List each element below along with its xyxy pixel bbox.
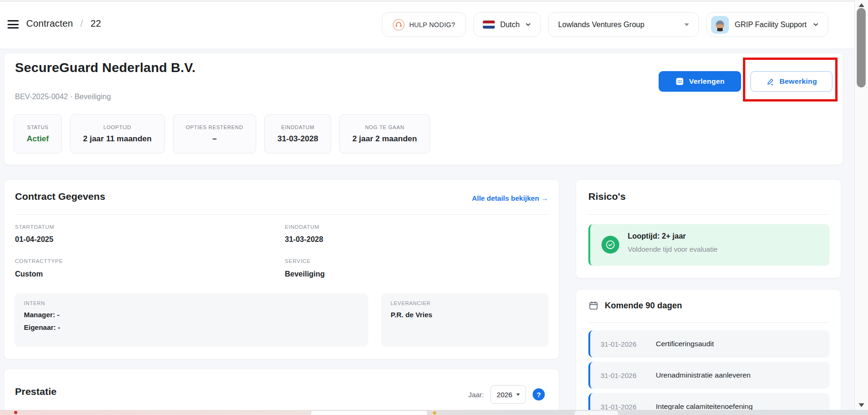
contract-reference: BEV-2025-0042 · Beveiliging bbox=[15, 93, 111, 101]
topbar: Contracten / 22 HULP NODIG? Dutch bbox=[0, 1, 854, 49]
year-select[interactable]: 2026 bbox=[490, 385, 526, 404]
all-details-link[interactable]: Alle details bekijken → bbox=[472, 194, 548, 202]
language-selector[interactable]: Dutch bbox=[474, 12, 541, 37]
hamburger-menu-icon[interactable] bbox=[7, 20, 19, 29]
upcoming-list: 31-01-2026 Certificeringsaudit 31-01-202… bbox=[588, 330, 830, 415]
risk-alert-title: Looptijd: 2+ jaar bbox=[628, 232, 686, 240]
field-value-einddatum: 31-03-2028 bbox=[285, 235, 323, 244]
divider bbox=[588, 322, 829, 323]
performance-card: Prestatie Jaar: 2026 ? bbox=[4, 369, 559, 415]
user-name-label: GRIP Facility Support bbox=[734, 21, 807, 29]
renew-button-label: Verlengen bbox=[689, 77, 725, 86]
scroll-up-arrow[interactable] bbox=[859, 3, 864, 7]
risk-alert-subtitle: Voldoende tijd voor evaluatie bbox=[628, 245, 718, 253]
section-title-komende-90-dagen: Komende 90 dagen bbox=[605, 301, 682, 311]
help-button[interactable]: HULP NODIG? bbox=[382, 12, 466, 37]
stat-label: EINDDATUM bbox=[281, 124, 314, 130]
year-controls: Jaar: 2026 ? bbox=[468, 385, 545, 404]
calendar-icon bbox=[588, 300, 599, 311]
organization-selector[interactable]: Lowlands Ventures Group bbox=[548, 12, 699, 37]
upcoming-item-label: Certificeringsaudit bbox=[656, 340, 714, 348]
field-label: STARTDATUM bbox=[15, 224, 54, 230]
stat-opties-resterend: OPTIES RESTEREND – bbox=[173, 114, 256, 153]
field-label: SERVICE bbox=[285, 258, 311, 264]
headset-icon bbox=[393, 19, 405, 31]
stat-label: STATUS bbox=[27, 124, 49, 130]
chevron-down-icon bbox=[812, 21, 819, 28]
section-title-contract-gegevens: Contract Gegevens bbox=[15, 191, 105, 202]
intern-eigenaar: Eigenaar: - bbox=[24, 323, 359, 331]
risk-alert: Looptijd: 2+ jaar Voldoende tijd voor ev… bbox=[588, 224, 830, 266]
year-select-value: 2026 bbox=[497, 391, 512, 399]
upcoming-item-date: 31-01-2026 bbox=[601, 403, 656, 411]
pencil-icon bbox=[766, 77, 775, 86]
upcoming-header: Komende 90 dagen bbox=[588, 300, 682, 311]
contract-detail-page: Contracten / 22 HULP NODIG? Dutch bbox=[0, 0, 868, 415]
upcoming-item[interactable]: 31-01-2026 Urenadministratie aanleveren bbox=[588, 362, 830, 389]
upcoming-card: Komende 90 dagen 31-01-2026 Certificerin… bbox=[576, 289, 841, 415]
leverancier-box: LEVERANCIER P.R. de Vries bbox=[381, 293, 549, 347]
netherlands-flag-icon bbox=[482, 20, 495, 29]
intern-manager: Manager: - bbox=[24, 311, 359, 319]
renew-button[interactable]: Verlengen bbox=[659, 71, 741, 92]
help-circle-icon[interactable]: ? bbox=[533, 388, 545, 400]
background-window-edge bbox=[311, 410, 428, 415]
stat-einddatum: EINDDATUM 31-03-2028 bbox=[264, 114, 331, 153]
divider bbox=[588, 214, 829, 215]
intern-label: INTERN bbox=[24, 300, 359, 306]
upcoming-item-date: 31-01-2026 bbox=[601, 371, 656, 379]
topbar-actions: HULP NODIG? Dutch Lowlands Ventures Grou… bbox=[382, 12, 828, 37]
field-value-service: Beveiliging bbox=[285, 270, 325, 278]
field-value-contracttype: Custom bbox=[15, 270, 43, 278]
breadcrumb: Contracten / 22 bbox=[26, 18, 101, 29]
contract-details-card: Contract Gegevens Alle details bekijken … bbox=[4, 179, 559, 359]
year-label: Jaar: bbox=[468, 391, 484, 399]
stat-value: 2 jaar 11 maanden bbox=[83, 134, 151, 144]
stat-value: – bbox=[212, 134, 216, 144]
contract-header-card: SecureGuard Nederland B.V. BEV-2025-0042… bbox=[4, 53, 843, 165]
field-label: EINDDATUM bbox=[285, 224, 319, 230]
chevron-down-icon bbox=[525, 21, 532, 28]
section-title-risicos: Risico's bbox=[588, 191, 626, 202]
caret-down-icon bbox=[684, 23, 689, 26]
stat-label: LOOPTIJD bbox=[104, 124, 131, 130]
scrollbar-thumb[interactable] bbox=[857, 8, 866, 87]
field-label: CONTRACTTYPE bbox=[15, 258, 63, 264]
status-badge: Actief bbox=[27, 134, 49, 144]
help-button-label: HULP NODIG? bbox=[409, 21, 455, 29]
language-label: Dutch bbox=[500, 21, 520, 29]
leverancier-label: LEVERANCIER bbox=[391, 300, 539, 306]
breadcrumb-current: 22 bbox=[90, 18, 101, 29]
contract-stats-row: STATUS Actief LOOPTIJD 2 jaar 11 maanden… bbox=[14, 114, 430, 153]
page-title: SecureGuard Nederland B.V. bbox=[15, 60, 195, 75]
stat-status: STATUS Actief bbox=[14, 114, 62, 153]
risks-card: Risico's Looptijd: 2+ jaar Voldoende tij… bbox=[576, 179, 841, 278]
background-window-edge bbox=[575, 411, 618, 415]
leverancier-value: P.R. de Vries bbox=[391, 311, 539, 319]
caret-down-icon bbox=[516, 393, 520, 396]
stat-value: 31-03-2028 bbox=[277, 134, 318, 144]
breadcrumb-separator: / bbox=[81, 18, 83, 29]
intern-box: INTERN Manager: - Eigenaar: - bbox=[15, 293, 368, 347]
organization-label: Lowlands Ventures Group bbox=[558, 21, 644, 29]
background-window-strip bbox=[0, 410, 868, 415]
upcoming-item-label: Urenadministratie aanleveren bbox=[656, 371, 750, 379]
calendar-grid-icon bbox=[675, 77, 684, 86]
check-circle-icon bbox=[601, 236, 619, 254]
field-value-startdatum: 01-04-2025 bbox=[15, 235, 53, 244]
red-dot bbox=[14, 411, 17, 414]
upcoming-item[interactable]: 31-01-2026 Certificeringsaudit bbox=[588, 330, 830, 357]
scroll-down-arrow[interactable] bbox=[859, 403, 864, 407]
divider bbox=[15, 214, 548, 215]
avatar bbox=[711, 16, 729, 34]
breadcrumb-contracten[interactable]: Contracten bbox=[26, 18, 73, 29]
upcoming-item-date: 31-01-2026 bbox=[601, 340, 656, 348]
yellow-dot bbox=[433, 411, 436, 415]
edit-button[interactable]: Bewerking bbox=[750, 71, 832, 92]
stat-label: NOG TE GAAN bbox=[365, 124, 404, 130]
edit-button-label: Bewerking bbox=[779, 77, 817, 86]
stat-label: OPTIES RESTEREND bbox=[186, 124, 243, 130]
stat-value: 2 jaar 2 maanden bbox=[352, 134, 417, 144]
user-menu[interactable]: GRIP Facility Support bbox=[706, 12, 828, 37]
vertical-scrollbar bbox=[854, 0, 868, 415]
